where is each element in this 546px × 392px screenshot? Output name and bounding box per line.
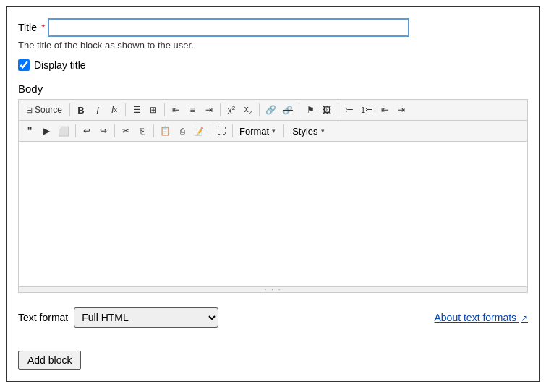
format-label: Format [239, 126, 269, 137]
outdent-button[interactable]: ⇤ [377, 102, 393, 118]
justify-right-button[interactable]: ⇥ [201, 102, 217, 118]
superscript-button[interactable]: x2 [223, 102, 239, 118]
link-button[interactable]: 🔗 [263, 102, 279, 118]
format-divider [283, 124, 284, 137]
toolbar-row1: ⊟ Source B I Ix ☰ ⊞ ⇤ [19, 100, 527, 121]
styles-label: Styles [292, 126, 317, 137]
title-input[interactable] [48, 18, 409, 37]
superscript-icon: x2 [228, 105, 235, 116]
sep10 [153, 124, 154, 137]
unlink-icon: 🔗 [283, 106, 293, 115]
styles-arrow: ▾ [321, 127, 325, 135]
align-button[interactable]: ☰ [129, 102, 145, 118]
format-styles-row: Format ▾ Styles ▾ [236, 123, 328, 139]
sep11 [210, 124, 210, 137]
indent-button[interactable]: ⇥ [393, 102, 409, 118]
source-icon: ⊟ [26, 106, 33, 115]
sep8 [75, 124, 76, 137]
title-label: Title [18, 22, 37, 33]
unlink-button[interactable]: 🔗 [280, 102, 296, 118]
undo-icon: ↩ [83, 126, 90, 136]
add-block-button[interactable]: Add block [18, 351, 81, 370]
flag-icon: ⚑ [307, 105, 315, 115]
paste-word-icon: 📝 [194, 127, 204, 136]
img2-button[interactable]: ⬜ [55, 123, 72, 139]
required-star: * [41, 22, 45, 33]
page-container: Title * The title of the block as shown … [6, 6, 540, 382]
undo-button[interactable]: ↩ [79, 123, 95, 139]
bold-button[interactable]: B [73, 102, 89, 118]
sep5 [259, 103, 260, 116]
styles-dropdown[interactable]: Styles ▾ [289, 123, 328, 139]
italic-icon: I [96, 105, 99, 116]
paste-icon: 📋 [160, 126, 171, 136]
ul-button[interactable]: ≔ [341, 102, 357, 118]
justify-center-button[interactable]: ≡ [184, 102, 200, 118]
editor-resize-handle[interactable]: · · · [19, 286, 527, 292]
text-format-select[interactable]: Full HTML Basic HTML Restricted HTML Pla… [74, 307, 218, 328]
paste-text-button[interactable]: ⎙ [174, 123, 190, 139]
display-title-row: Display title [18, 59, 528, 71]
subscript-icon: x2 [244, 104, 252, 116]
paste-button[interactable]: 📋 [157, 123, 174, 139]
justify-right-icon: ⇥ [205, 105, 213, 115]
source-label: Source [35, 105, 62, 115]
body-label: Body [18, 82, 528, 95]
sep3 [164, 103, 165, 116]
format-arrow: ▾ [272, 127, 276, 135]
about-text-formats-link[interactable]: About text formats ↗ [435, 312, 529, 323]
subscript-button[interactable]: x2 [240, 102, 256, 118]
ol-icon: 1≔ [361, 106, 373, 115]
media-icon: ▶ [43, 126, 50, 136]
fullscreen-button[interactable]: ⛶ [213, 123, 229, 139]
ol-button[interactable]: 1≔ [358, 102, 376, 118]
add-block-row: Add block [18, 339, 528, 370]
fullscreen-icon: ⛶ [217, 126, 226, 136]
copy-button[interactable]: ⎘ [135, 123, 150, 139]
bold-icon: B [77, 105, 84, 116]
toolbar-row2: " ▶ ⬜ ↩ ↪ ✂ ⎘ 📋 [19, 121, 527, 142]
display-title-label[interactable]: Display title [34, 59, 86, 71]
source-button[interactable]: ⊟ Source [22, 102, 67, 118]
sep7 [338, 103, 338, 116]
media-button[interactable]: ▶ [38, 123, 54, 139]
editor-area[interactable] [19, 142, 527, 286]
title-description: The title of the block as shown to the u… [18, 40, 528, 51]
sep4 [220, 103, 221, 116]
redo-icon: ↪ [100, 126, 107, 136]
cut-button[interactable]: ✂ [118, 123, 134, 139]
sep6 [299, 103, 299, 116]
flag-button[interactable]: ⚑ [302, 102, 318, 118]
align-icon: ☰ [133, 105, 141, 115]
sep1 [69, 103, 70, 116]
blockquote-icon: " [27, 125, 33, 137]
copy-icon: ⎘ [140, 127, 145, 135]
redo-button[interactable]: ↪ [95, 123, 111, 139]
sep9 [114, 124, 115, 137]
sep12 [232, 124, 233, 137]
table-icon: ⊞ [150, 105, 157, 115]
paste-text-icon: ⎙ [180, 127, 185, 135]
format-dropdown[interactable]: Format ▾ [236, 123, 279, 139]
indent-icon: ⇥ [398, 105, 405, 115]
cut-icon: ✂ [122, 126, 129, 136]
strikethrough-button[interactable]: Ix [106, 102, 122, 118]
text-format-row: Text format Full HTML Basic HTML Restric… [18, 307, 218, 328]
justify-center-icon: ≡ [190, 105, 195, 115]
justify-left-button[interactable]: ⇤ [168, 102, 184, 118]
link-icon: 🔗 [265, 105, 276, 115]
text-format-label: Text format [18, 312, 68, 323]
body-editor: ⊟ Source B I Ix ☰ ⊞ ⇤ [18, 99, 528, 293]
title-field-row: Title * [18, 18, 528, 37]
image-button[interactable]: 🖼 [319, 102, 335, 118]
strike-sub: x [114, 106, 117, 114]
paste-word-button[interactable]: 📝 [191, 123, 207, 139]
justify-left-icon: ⇤ [172, 105, 179, 115]
display-title-checkbox[interactable] [18, 59, 30, 71]
table-button[interactable]: ⊞ [145, 102, 161, 118]
bottom-row: Text format Full HTML Basic HTML Restric… [18, 302, 528, 328]
italic-button[interactable]: I [90, 102, 106, 118]
sep2 [125, 103, 126, 116]
blockquote-button[interactable]: " [22, 123, 38, 139]
ul-icon: ≔ [345, 105, 354, 115]
